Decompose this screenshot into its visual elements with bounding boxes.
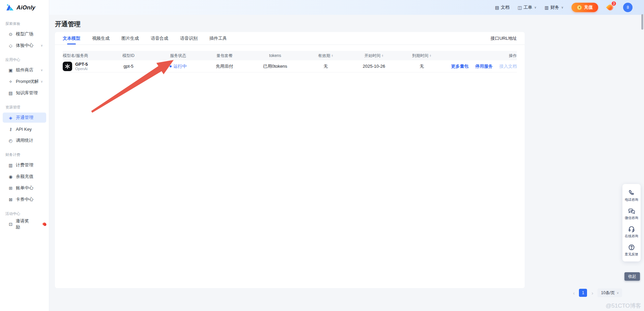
topbar-tickets-menu[interactable]: ◫ 工单 ∨ — [518, 4, 536, 10]
sidebar-item-model-plaza[interactable]: ⊙ 模型广场 — [3, 29, 46, 39]
sidebar-item-label: 计费管理 — [16, 162, 33, 168]
sidebar-item-prompt[interactable]: ✧ Prompt优解 ∨ — [3, 76, 46, 87]
col-validity[interactable]: 有效期▲▼ — [303, 53, 348, 59]
user-avatar[interactable]: 8 — [623, 3, 633, 12]
recharge-button[interactable]: ¥ 充值 — [572, 3, 598, 12]
prev-page-icon[interactable]: ‹ — [572, 290, 576, 296]
package-value: 先用后付 — [202, 63, 247, 69]
activation-card: 文本模型 视频生成 图片生成 语音合成 语音识别 插件工具 接口URL地址 模型… — [55, 32, 525, 288]
topbar-docs-link[interactable]: ▤ 文档 — [495, 4, 509, 10]
models-table: 模型名/服务商 模型ID 服务状态 量包套餐 tokens 有效期▲▼ 开始时间… — [63, 51, 517, 72]
experience-icon: ◇ — [8, 43, 13, 48]
sidebar-item-activation-management[interactable]: ◈ 开通管理 — [3, 113, 46, 123]
feedback-label: 意见反馈 — [625, 252, 638, 257]
bill-center-icon: ⊞ — [8, 186, 13, 191]
model-name: GPT-5 — [75, 62, 88, 67]
integration-docs-link[interactable]: 接入文档 — [499, 64, 517, 69]
sidebar-item-balance-recharge[interactable]: ◉ 余额充值 — [3, 172, 46, 182]
component-store-icon: ▣ — [8, 68, 13, 73]
sidebar-section-billing: 财务计费 — [0, 150, 49, 159]
table-header-row: 模型名/服务商 模型ID 服务状态 量包套餐 tokens 有效期▲▼ 开始时间… — [63, 51, 517, 60]
page-number-button[interactable]: 1 — [579, 289, 587, 297]
watermark: @51CTO博客 — [606, 302, 641, 310]
knowledge-icon: ▤ — [8, 91, 13, 96]
phone-consult-label: 电话咨询 — [625, 197, 638, 202]
topbar-tickets-label: 工单 — [524, 4, 532, 10]
billing-icon: ▥ — [8, 163, 13, 168]
sort-icon[interactable]: ▲▼ — [430, 54, 432, 57]
activity-fire-button[interactable]: 3 — [606, 3, 615, 12]
sidebar-item-experience-center[interactable]: ◇ 体验中心 ∨ — [3, 40, 46, 51]
tab-speech-recognition[interactable]: 语音识别 — [180, 32, 198, 44]
topbar: ▤ 文档 ◫ 工单 ∨ ▥ 财务 ∨ ¥ 充值 3 8 — [49, 0, 644, 15]
main-content: 开通管理 文本模型 视频生成 图片生成 语音合成 语音识别 插件工具 接口URL… — [49, 15, 644, 311]
sidebar-item-label: 账单中心 — [16, 185, 33, 191]
sidebar-item-call-stats[interactable]: ◴ 调用统计 — [3, 135, 46, 146]
sidebar-item-knowledge-base[interactable]: ▤ 知识库管理 — [3, 88, 46, 98]
more-packages-link[interactable]: 更多量包 — [451, 64, 469, 69]
col-start-time[interactable]: 开始时间▲▼ — [348, 53, 400, 59]
model-plaza-icon: ⊙ — [8, 32, 13, 37]
model-cell: GPT-5 OpenAi — [63, 62, 103, 71]
sidebar-section-apps: 应用中心 — [0, 55, 49, 64]
sidebar-item-label: API Key — [16, 127, 32, 132]
sidebar-item-bill-center[interactable]: ⊞ 账单中心 — [3, 183, 46, 193]
col-expire-time[interactable]: 到期时间▲▼ — [400, 53, 444, 59]
tab-speech-synthesis[interactable]: 语音合成 — [151, 32, 168, 44]
coupon-icon: ⊠ — [8, 197, 13, 202]
wechat-consult-button[interactable]: 微信咨询 — [622, 205, 641, 223]
headset-icon — [628, 226, 635, 232]
service-float-panel: 电话咨询 微信咨询 在线咨询 意见反馈 — [622, 184, 641, 261]
phone-consult-button[interactable]: 电话咨询 — [622, 187, 641, 205]
sidebar-item-coupon-center[interactable]: ⊠ 卡券中心 — [3, 194, 46, 205]
topbar-finance-menu[interactable]: ▥ 财务 ∨ — [545, 4, 563, 10]
api-key-icon: ⚷ — [8, 127, 13, 132]
stop-service-link[interactable]: 停用服务 — [475, 64, 493, 69]
online-consult-button[interactable]: 在线咨询 — [622, 223, 641, 241]
sidebar-item-component-store[interactable]: ▣ 组件商店 ∨ — [3, 65, 46, 75]
tab-text-models[interactable]: 文本模型 — [63, 32, 80, 44]
status-text: 运行中 — [174, 64, 187, 69]
tab-image-generation[interactable]: 图片生成 — [121, 32, 139, 44]
sort-icon[interactable]: ▲▼ — [382, 54, 384, 57]
start-time-value: 2025-10-26 — [348, 64, 400, 69]
prompt-icon: ✧ — [8, 79, 13, 84]
sidebar-item-invite-rewards[interactable]: ⊡ 邀请奖励 — [3, 219, 46, 229]
pagination: ‹ 1 › 10条/页 ∨ — [572, 288, 622, 297]
sidebar-item-label: 卡券中心 — [16, 196, 33, 203]
question-circle-icon — [628, 244, 635, 251]
next-page-icon[interactable]: › — [590, 290, 594, 296]
sidebar-section-resources: 资源管理 — [0, 103, 49, 111]
doc-icon: ▤ — [495, 5, 499, 10]
sidebar-item-api-key[interactable]: ⚷ API Key — [3, 124, 46, 134]
sidebar-item-billing-management[interactable]: ▥ 计费管理 — [3, 160, 46, 170]
page-size-select[interactable]: 10条/页 ∨ — [597, 288, 622, 297]
feedback-button[interactable]: 意见反馈 — [622, 241, 641, 259]
chevron-down-icon: ∨ — [40, 68, 43, 72]
sidebar-item-label: 邀请奖励 — [16, 218, 33, 230]
col-tokens: tokens — [247, 53, 303, 58]
recharge-label: 充值 — [584, 4, 593, 10]
api-url-link[interactable]: 接口URL地址 — [491, 35, 517, 41]
sidebar-section-explore: 探索体验 — [0, 19, 49, 28]
brand-logo[interactable]: AiOnly — [0, 0, 49, 14]
model-id-value: gpt-5 — [103, 64, 154, 69]
recharge-balance-icon: ◉ — [8, 174, 13, 179]
page-title: 开通管理 — [55, 20, 81, 29]
aionly-logo-icon — [6, 4, 14, 11]
sort-icon[interactable]: ▲▼ — [331, 54, 333, 57]
col-actions: 操作 — [444, 53, 517, 59]
phone-icon — [628, 189, 635, 196]
collapse-panel-button[interactable]: 收起 — [624, 272, 640, 281]
sidebar-item-label: 组件商店 — [16, 67, 33, 73]
scrollbar-thumb[interactable] — [641, 14, 643, 30]
col-model: 模型名/服务商 — [63, 53, 103, 59]
tab-video-generation[interactable]: 视频生成 — [92, 32, 110, 44]
col-model-id: 模型ID — [103, 53, 154, 59]
topbar-finance-label: 财务 — [550, 4, 559, 10]
sidebar-item-label: 体验中心 — [16, 42, 33, 49]
stats-icon: ◴ — [8, 138, 13, 143]
col-start-label: 开始时间 — [364, 53, 381, 58]
col-validity-label: 有效期 — [318, 53, 330, 58]
tab-plugin-tools[interactable]: 插件工具 — [209, 32, 227, 44]
